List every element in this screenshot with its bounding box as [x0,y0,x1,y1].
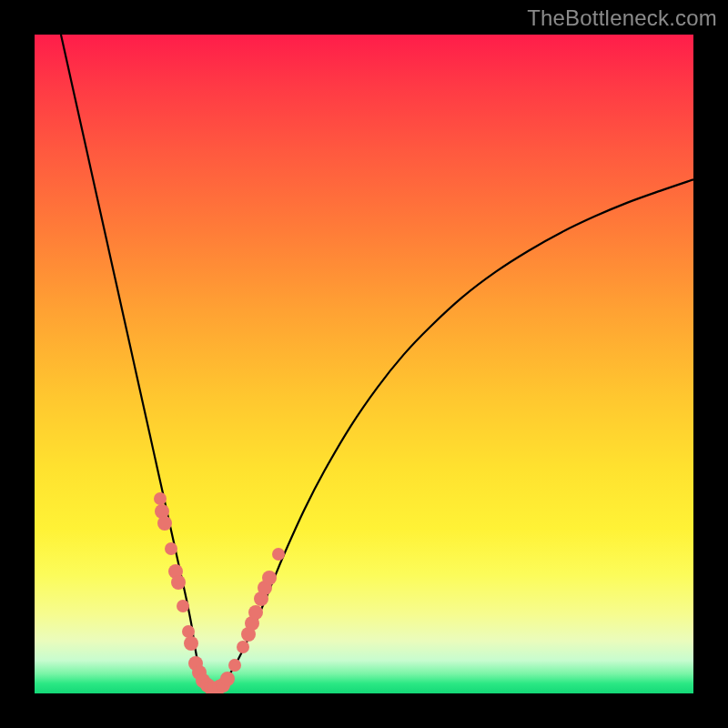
data-point [237,641,249,653]
data-point [248,605,263,620]
watermark-text: TheBottleneck.com [527,5,717,31]
data-point [272,548,285,561]
data-point [228,659,241,672]
data-point [220,672,235,686]
plot-area [35,35,693,693]
data-point [157,516,172,531]
data-point [262,571,277,585]
data-point [171,575,186,590]
data-point [177,600,189,612]
data-point [184,636,198,651]
chart-stage: TheBottleneck.com [0,0,728,728]
data-point [165,542,177,555]
bottleneck-curve [35,35,693,693]
data-point [154,492,167,505]
curve-path [61,35,693,691]
